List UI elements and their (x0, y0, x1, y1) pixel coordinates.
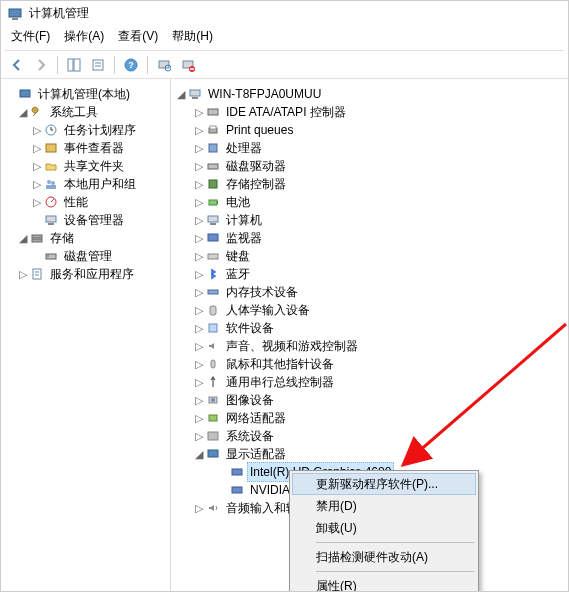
tree-task-scheduler[interactable]: ▷ 任务计划程序 (3, 121, 170, 139)
expander-icon[interactable]: ▷ (193, 427, 205, 445)
category-usb[interactable]: ▷通用串行总线控制器 (173, 373, 568, 391)
category-imaging[interactable]: ▷图像设备 (173, 391, 568, 409)
category-disk-drives-icon (205, 158, 221, 174)
tree-services[interactable]: ▷ 服务和应用程序 (3, 265, 170, 283)
svg-rect-50 (211, 360, 215, 368)
device-root[interactable]: ◢WIN-T8FPJA0UMUU (173, 85, 568, 103)
expander-icon[interactable]: ▷ (17, 265, 29, 283)
uninstall-icon[interactable] (178, 55, 198, 75)
performance-icon (43, 194, 59, 210)
category-keyboards[interactable]: ▷键盘 (173, 247, 568, 265)
expander-icon[interactable]: ▷ (193, 373, 205, 391)
category-ide[interactable]: ▷IDE ATA/ATAPI 控制器 (173, 103, 568, 121)
toolbar-divider (57, 56, 58, 74)
menu-disable[interactable]: 禁用(D) (292, 495, 476, 517)
menu-view[interactable]: 查看(V) (118, 28, 158, 45)
help-icon[interactable]: ? (121, 55, 141, 75)
menu-action[interactable]: 操作(A) (64, 28, 104, 45)
menu-separator (316, 542, 474, 543)
category-batteries-icon (205, 194, 221, 210)
menu-separator (316, 571, 474, 572)
menu-properties[interactable]: 属性(R) (292, 575, 476, 592)
category-hid[interactable]: ▷人体学输入设备 (173, 301, 568, 319)
tree-label: 监视器 (223, 229, 265, 247)
svg-rect-4 (93, 60, 103, 70)
expander-icon[interactable]: ▷ (31, 121, 43, 139)
category-bluetooth[interactable]: ▷蓝牙 (173, 265, 568, 283)
category-memory-tech-icon (205, 284, 221, 300)
category-network[interactable]: ▷网络适配器 (173, 409, 568, 427)
category-print-queues[interactable]: ▷Print queues (173, 121, 568, 139)
tree-root[interactable]: ▹ 计算机管理(本地) (3, 85, 170, 103)
expander-icon[interactable]: ▷ (193, 139, 205, 157)
expander-icon[interactable]: ▷ (193, 211, 205, 229)
expander-icon[interactable]: ▷ (193, 103, 205, 121)
svg-rect-44 (210, 223, 216, 225)
category-disk-drives[interactable]: ▷磁盘驱动器 (173, 157, 568, 175)
category-imaging-icon (205, 392, 221, 408)
category-monitors[interactable]: ▷监视器 (173, 229, 568, 247)
tree-disk-mgmt[interactable]: 磁盘管理 (3, 247, 170, 265)
category-storage-controllers[interactable]: ▷存储控制器 (173, 175, 568, 193)
tree-shared-folders[interactable]: ▷ 共享文件夹 (3, 157, 170, 175)
menu-help[interactable]: 帮助(H) (172, 28, 213, 45)
category-mice-icon (205, 356, 221, 372)
expander-icon[interactable]: ▷ (193, 409, 205, 427)
show-hide-tree-icon[interactable] (64, 55, 84, 75)
expander-icon[interactable]: ▷ (193, 175, 205, 193)
tree-label: NVIDIA (247, 481, 293, 499)
tree-local-users[interactable]: ▷ 本地用户和组 (3, 175, 170, 193)
tree-device-manager[interactable]: 设备管理器 (3, 211, 170, 229)
properties-icon[interactable] (88, 55, 108, 75)
tree-storage[interactable]: ◢ 存储 (3, 229, 170, 247)
tree-label: Print queues (223, 121, 296, 139)
category-processors-icon (205, 140, 221, 156)
category-display-adapters[interactable]: ◢显示适配器 (173, 445, 568, 463)
expander-icon[interactable]: ▷ (31, 139, 43, 157)
expander-icon[interactable]: ▷ (31, 193, 43, 211)
tree-performance[interactable]: ▷ 性能 (3, 193, 170, 211)
expander-icon[interactable]: ▷ (193, 193, 205, 211)
category-computer[interactable]: ▷计算机 (173, 211, 568, 229)
menu-scan-hardware[interactable]: 扫描检测硬件改动(A) (292, 546, 476, 568)
expander-icon[interactable]: ▷ (193, 337, 205, 355)
category-print-queues-icon (205, 122, 221, 138)
expander-icon[interactable]: ▷ (31, 175, 43, 193)
svg-rect-42 (217, 201, 218, 204)
tree-event-viewer[interactable]: ▷ 事件查看器 (3, 139, 170, 157)
expander-icon[interactable]: ▷ (193, 391, 205, 409)
expander-icon[interactable]: ▷ (193, 157, 205, 175)
menu-label: 卸载(U) (316, 520, 357, 537)
forward-icon[interactable] (31, 55, 51, 75)
menu-uninstall[interactable]: 卸载(U) (292, 517, 476, 539)
expander-icon[interactable]: ◢ (193, 445, 205, 463)
expander-icon[interactable]: ▷ (193, 247, 205, 265)
expander-icon[interactable]: ▷ (193, 499, 205, 517)
category-mice[interactable]: ▷鼠标和其他指针设备 (173, 355, 568, 373)
expander-icon[interactable]: ◢ (175, 85, 187, 103)
category-batteries[interactable]: ▷电池 (173, 193, 568, 211)
tree-system-tools[interactable]: ◢ 系统工具 (3, 103, 170, 121)
expander-icon[interactable]: ◢ (17, 103, 29, 121)
svg-rect-55 (208, 450, 218, 457)
back-icon[interactable] (7, 55, 27, 75)
menu-file[interactable]: 文件(F) (11, 28, 50, 45)
expander-icon[interactable]: ▷ (193, 265, 205, 283)
category-software-devices[interactable]: ▷软件设备 (173, 319, 568, 337)
menu-update-driver[interactable]: 更新驱动程序软件(P)... (292, 473, 476, 495)
expander-icon[interactable]: ▷ (31, 157, 43, 175)
scan-hardware-icon[interactable] (154, 55, 174, 75)
svg-rect-45 (208, 234, 218, 241)
expander-icon[interactable]: ◢ (17, 229, 29, 247)
expander-icon[interactable]: ▷ (193, 283, 205, 301)
expander-icon[interactable]: ▷ (193, 301, 205, 319)
category-system[interactable]: ▷系统设备 (173, 427, 568, 445)
expander-icon[interactable]: ▷ (193, 355, 205, 373)
svg-rect-43 (208, 216, 218, 222)
expander-icon[interactable]: ▷ (193, 319, 205, 337)
expander-icon[interactable]: ▷ (193, 229, 205, 247)
expander-icon[interactable]: ▷ (193, 121, 205, 139)
category-sound[interactable]: ▷声音、视频和游戏控制器 (173, 337, 568, 355)
category-memory-tech[interactable]: ▷内存技术设备 (173, 283, 568, 301)
category-processors[interactable]: ▷处理器 (173, 139, 568, 157)
